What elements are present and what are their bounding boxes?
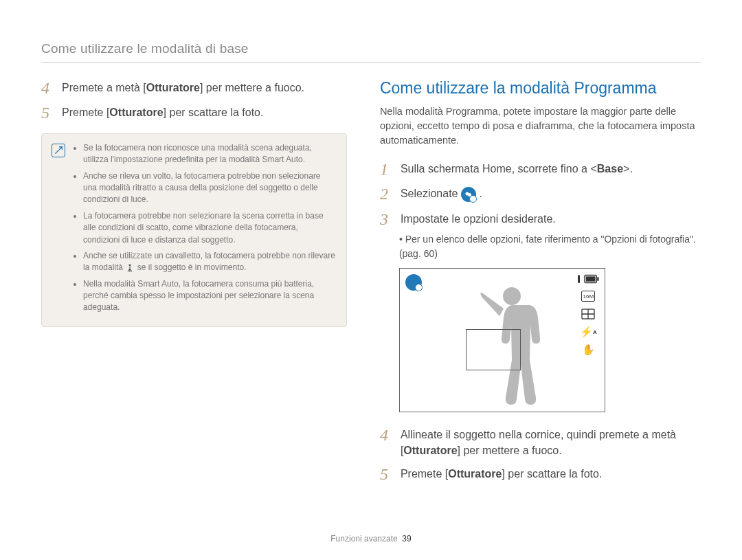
note-item: Nella modalità Smart Auto, la fotocamera… bbox=[83, 278, 337, 314]
right-step-3: 3 Impostate le opzioni desiderate. bbox=[380, 210, 701, 228]
text: ] per scattare la foto. bbox=[164, 107, 264, 118]
lcd-grid-icon bbox=[581, 309, 595, 320]
tripod-person-icon bbox=[125, 263, 135, 273]
note-box: Se la fotocamera non riconosce una modal… bbox=[41, 133, 347, 327]
footer-label: Funzioni avanzate bbox=[330, 534, 397, 544]
right-step-5: 5 Premete [Otturatore] per scattare la f… bbox=[380, 465, 701, 483]
lcd-status-column: 16M ⚡A ✋ bbox=[578, 274, 599, 355]
text: >. bbox=[623, 163, 633, 175]
step-text: Allineate il soggetto nella cornice, qui… bbox=[401, 426, 701, 458]
svg-rect-4 bbox=[586, 277, 596, 282]
text: Premete [ bbox=[401, 468, 448, 480]
step-number: 4 bbox=[41, 79, 54, 97]
step-text: Premete [Otturatore] per scattare la fot… bbox=[62, 104, 263, 120]
text: Premete a metà [ bbox=[62, 82, 146, 93]
two-column-layout: 4 Premete a metà [Otturatore] per metter… bbox=[41, 79, 701, 490]
text: se il soggetto è in movimento. bbox=[137, 262, 247, 272]
step-number: 5 bbox=[41, 104, 54, 122]
note-icon bbox=[52, 144, 65, 157]
step-number: 1 bbox=[380, 160, 392, 178]
note-item: La fotocamera potrebbe non selezionare l… bbox=[83, 210, 337, 246]
text-bold: Base bbox=[597, 163, 623, 175]
step-text: Premete [Otturatore] per scattare la fot… bbox=[401, 465, 602, 482]
svg-point-2 bbox=[468, 193, 471, 197]
page-number: 39 bbox=[402, 534, 411, 544]
text: Selezionate bbox=[401, 188, 461, 199]
note-item: Anche se utilizzate un cavalletto, la fo… bbox=[83, 250, 337, 274]
image-stabilization-icon: ✋ bbox=[581, 344, 595, 355]
step-3-subitem: Per un elenco delle opzioni, fate riferi… bbox=[380, 232, 701, 261]
note-list: Se la fotocamera non riconosce una modal… bbox=[72, 142, 337, 318]
focus-rectangle bbox=[466, 329, 521, 370]
svg-rect-5 bbox=[597, 277, 598, 281]
subsection-heading: Come utilizzare la modalità Programma bbox=[380, 79, 701, 98]
text: Sulla schermata Home, scorrete fino a < bbox=[401, 163, 597, 175]
step-text: Selezionate . bbox=[401, 185, 482, 202]
flash-auto-icon: ⚡A bbox=[581, 326, 595, 337]
section-title: Come utilizzare le modalità di base bbox=[41, 41, 701, 63]
text-bold: Otturatore bbox=[403, 445, 457, 456]
text: Premete [ bbox=[62, 107, 109, 118]
left-step-5: 5 Premete [Otturatore] per scattare la f… bbox=[41, 104, 347, 122]
text: ] per mettere a fuoco. bbox=[200, 82, 304, 93]
text-bold: Otturatore bbox=[109, 107, 163, 118]
camera-lcd-illustration: 16M ⚡A ✋ bbox=[399, 268, 605, 412]
text: ] per mettere a fuoco. bbox=[458, 445, 562, 456]
left-column: 4 Premete a metà [Otturatore] per metter… bbox=[41, 79, 347, 490]
intro-text: Nella modalità Programma, potete imposta… bbox=[380, 104, 701, 148]
battery-icon bbox=[584, 274, 599, 284]
right-step-4: 4 Allineate il soggetto nella cornice, q… bbox=[380, 426, 701, 458]
step-number: 3 bbox=[380, 210, 392, 228]
page-footer: Funzioni avanzate 39 bbox=[0, 534, 742, 544]
right-column: Come utilizzare la modalità Programma Ne… bbox=[380, 79, 701, 490]
step-text: Premete a metà [Otturatore] per mettere … bbox=[62, 79, 304, 96]
step-text: Sulla schermata Home, scorrete fino a <B… bbox=[401, 160, 633, 177]
svg-point-7 bbox=[503, 287, 521, 305]
step-number: 4 bbox=[380, 426, 392, 444]
step-number: 5 bbox=[380, 465, 392, 483]
text-bold: Otturatore bbox=[448, 468, 502, 480]
program-mode-icon bbox=[461, 187, 476, 202]
step-text: Impostate le opzioni desiderate. bbox=[401, 210, 556, 227]
lcd-program-mode-icon bbox=[405, 274, 422, 291]
step-number: 2 bbox=[380, 185, 392, 203]
text-bold: Otturatore bbox=[146, 82, 200, 93]
left-step-4: 4 Premete a metà [Otturatore] per metter… bbox=[41, 79, 347, 97]
text: ] per scattare la foto. bbox=[502, 468, 602, 480]
lcd-resolution-icon: 16M bbox=[581, 291, 595, 302]
note-item: Anche se rileva un volto, la fotocamera … bbox=[83, 170, 337, 206]
right-step-1: 1 Sulla schermata Home, scorrete fino a … bbox=[380, 160, 701, 178]
svg-point-0 bbox=[129, 265, 131, 267]
text: . bbox=[479, 188, 482, 199]
right-step-2: 2 Selezionate . bbox=[380, 185, 701, 203]
note-item: Se la fotocamera non riconosce una modal… bbox=[83, 142, 337, 166]
lcd-signal-icon bbox=[578, 275, 580, 283]
